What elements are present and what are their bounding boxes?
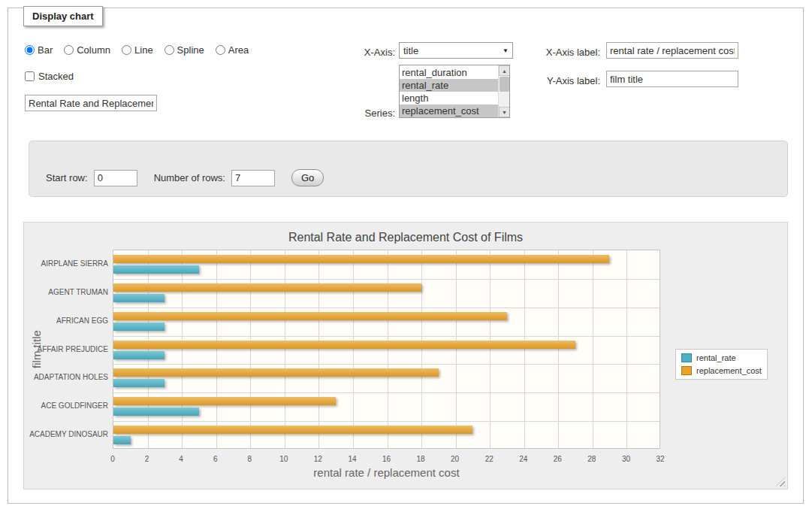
scroll-down-arrow-icon[interactable]: ▼ (499, 107, 510, 117)
gridline-horizontal (113, 392, 660, 393)
gridline-vertical (182, 250, 183, 448)
legend-item-replacement_cost: replacement_cost (681, 366, 762, 375)
x-axis-select-label: X-Axis: (309, 47, 395, 58)
chart-type-column[interactable]: Column (64, 44, 110, 56)
chart-type-radios: BarColumnLineSplineArea (25, 44, 249, 56)
num-rows-label: Number of rows: (154, 172, 225, 183)
category-label: ACADEMY DINOSAUR (24, 430, 108, 438)
x-tick-label: 12 (314, 455, 322, 463)
chart-title-input[interactable] (25, 95, 157, 111)
x-tick-label: 16 (382, 455, 391, 463)
bar-rental_rate (113, 436, 131, 444)
chart-type-spline[interactable]: Spline (165, 44, 204, 56)
x-tick-label: 30 (622, 455, 630, 463)
category-label: AIRPLANE SIERRA (24, 259, 108, 268)
bar-replacement_cost (113, 341, 575, 349)
x-axis-label-input[interactable] (606, 42, 738, 59)
gridline-vertical (318, 250, 319, 448)
chart-type-radio-bar[interactable] (25, 45, 35, 55)
chart-container: Rental Rate and Replacement Cost of Film… (23, 222, 788, 489)
chart-type-label-bar: Bar (38, 44, 53, 56)
resize-handle-icon[interactable] (776, 477, 785, 486)
bar-replacement_cost (113, 368, 439, 377)
bar-rental_rate (113, 407, 199, 416)
category-label: ACE GOLDFINGER (24, 401, 108, 410)
legend-swatch-replacement_cost (681, 366, 692, 375)
gridline-horizontal (113, 421, 660, 422)
x-tick-label: 18 (417, 455, 425, 463)
series-multiselect[interactable]: rental_durationrental_ratelengthreplacem… (399, 65, 510, 118)
x-tick-label: 22 (485, 455, 494, 463)
x-tick-label: 2 (145, 455, 149, 463)
bar-rental_rate (113, 379, 165, 387)
x-tick-label: 26 (554, 455, 562, 463)
gridline-vertical (353, 250, 354, 448)
x-axis-title: rental rate / replacement cost (113, 466, 660, 479)
bar-rental_rate (113, 351, 165, 359)
series-options: rental_durationrental_ratelengthreplacem… (400, 65, 498, 117)
gridline-horizontal (113, 336, 660, 337)
chart-type-radio-column[interactable] (64, 45, 74, 55)
series-option-length[interactable]: length (400, 92, 498, 105)
gridline-horizontal (113, 279, 660, 280)
gridline-horizontal (113, 308, 660, 308)
chart-type-label-spline: Spline (177, 44, 204, 56)
gridline-vertical (421, 250, 422, 448)
y-axis-label-input[interactable] (606, 71, 738, 87)
x-tick-label: 24 (519, 455, 527, 463)
display-chart-fieldset: Display chart BarColumnLineSplineArea St… (8, 8, 804, 504)
gridline-vertical (148, 250, 149, 448)
chart-type-bar[interactable]: Bar (25, 44, 53, 56)
series-option-replacement_cost[interactable]: replacement_cost (400, 105, 498, 117)
x-tick-label: 4 (179, 455, 183, 463)
bar-rental_rate (113, 323, 165, 331)
x-tick-label: 0 (110, 455, 115, 463)
chart-type-label-line: Line (134, 44, 153, 56)
gridline-vertical (524, 250, 525, 448)
plot-area (113, 250, 660, 449)
chart-type-radio-line[interactable] (122, 45, 131, 55)
stacked-checkbox[interactable] (25, 71, 35, 81)
gridline-vertical (285, 250, 285, 448)
x-tick-label: 20 (451, 455, 459, 463)
chart-type-area[interactable]: Area (216, 44, 249, 56)
gridline-vertical (626, 250, 627, 448)
chart-title: Rental Rate and Replacement Cost of Film… (24, 231, 787, 244)
scroll-up-arrow-icon[interactable]: ▲ (499, 65, 510, 76)
chart-legend: rental_ratereplacement_cost (675, 349, 768, 380)
fieldset-legend: Display chart (23, 6, 103, 26)
x-axis-label-field-label: X-Axis label: (457, 47, 600, 58)
category-label: AGENT TRUMAN (24, 288, 108, 296)
start-row-label: Start row: (46, 172, 88, 183)
start-row-input[interactable] (94, 170, 137, 186)
gridline-vertical (593, 250, 593, 448)
legend-item-rental_rate: rental_rate (681, 353, 762, 362)
gridline-vertical (250, 250, 251, 448)
bar-replacement_cost (113, 283, 421, 292)
num-rows-input[interactable] (231, 170, 275, 186)
series-scrollbar[interactable]: ▲ ▼ (498, 65, 509, 117)
bar-replacement_cost (113, 426, 472, 434)
bar-replacement_cost (113, 312, 507, 320)
chart-type-radio-area[interactable] (216, 45, 225, 55)
bar-rental_rate (113, 294, 165, 302)
go-button[interactable]: Go (291, 169, 324, 186)
legend-label: rental_rate (696, 353, 736, 362)
x-tick-label: 6 (213, 455, 218, 463)
stacked-checkbox-row[interactable]: Stacked (25, 71, 74, 82)
x-tick-label: 14 (348, 455, 356, 463)
legend-label: replacement_cost (696, 366, 762, 375)
legend-swatch-rental_rate (681, 353, 692, 362)
bar-replacement_cost (113, 255, 609, 263)
y-axis-label-field-label: Y-Axis label: (457, 75, 600, 86)
x-tick-label: 10 (279, 455, 288, 463)
chart-type-line[interactable]: Line (122, 44, 153, 56)
x-tick-label: 32 (656, 455, 664, 463)
gridline-horizontal (113, 364, 660, 365)
rows-panel: Start row: Number of rows: Go (29, 141, 788, 197)
chart-type-radio-spline[interactable] (165, 45, 174, 55)
stacked-label: Stacked (38, 71, 74, 82)
gridline-vertical (216, 250, 217, 448)
series-select-label: Series: (309, 108, 395, 119)
x-axis-selected-value: title (403, 45, 418, 56)
